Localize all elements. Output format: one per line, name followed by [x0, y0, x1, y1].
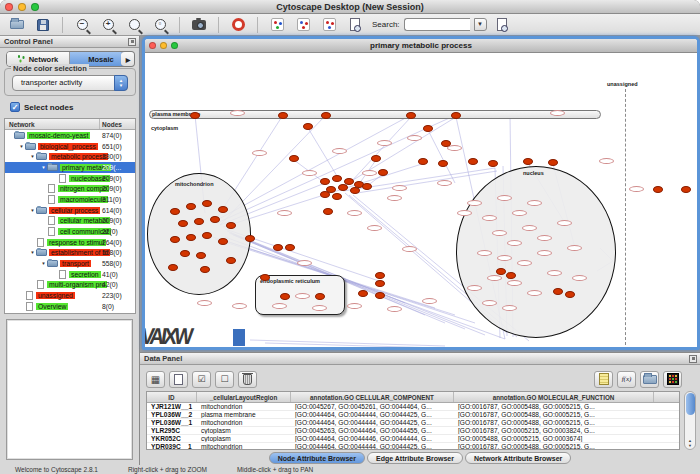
help-button[interactable]: [227, 16, 249, 34]
expander-icon[interactable]: ▼: [29, 250, 36, 255]
node-label[interactable]: [527, 200, 542, 206]
graph-node[interactable]: [303, 123, 313, 130]
tree-row[interactable]: ▼establishment of lo558(0): [5, 248, 135, 259]
expander-icon[interactable]: ▼: [18, 144, 25, 149]
node-label[interactable]: [629, 186, 644, 192]
select-attributes-button[interactable]: ☑: [192, 371, 211, 388]
search-input[interactable]: [404, 18, 470, 31]
zoom-in-button[interactable]: +: [97, 16, 119, 34]
table-row[interactable]: YPL036W__2plasma membrane[GO:0044464, GO…: [147, 411, 679, 419]
node-label[interactable]: [537, 250, 552, 256]
zoom-out-button[interactable]: −: [71, 16, 93, 34]
node-label[interactable]: [402, 246, 417, 252]
node-label[interactable]: [377, 140, 392, 146]
graph-node[interactable]: [320, 178, 330, 185]
tree-column-network[interactable]: Network: [9, 121, 35, 128]
graph-node[interactable]: [168, 264, 178, 271]
vizmapper-button[interactable]: [266, 16, 288, 34]
node-label[interactable]: [517, 260, 532, 266]
node-label[interactable]: [457, 210, 472, 216]
import-annotation-button[interactable]: [344, 16, 366, 34]
zoom-selected-button[interactable]: ▫: [149, 16, 171, 34]
function-builder-button[interactable]: f(x): [617, 371, 636, 388]
node-label[interactable]: [599, 158, 614, 164]
tree-row[interactable]: secretion41(0): [5, 269, 135, 280]
node-label[interactable]: [547, 270, 562, 276]
node-label[interactable]: [437, 180, 452, 186]
node-label[interactable]: [407, 135, 422, 141]
graph-node[interactable]: [218, 238, 228, 245]
node-label[interactable]: [482, 300, 497, 306]
table-row[interactable]: YLR295Ccytoplasm[GO:0045263, GO:0044464,…: [147, 427, 679, 435]
node-label[interactable]: [467, 200, 482, 206]
node-label[interactable]: [550, 110, 565, 116]
graph-node[interactable]: [273, 244, 283, 251]
graph-node[interactable]: [170, 208, 180, 215]
graph-node[interactable]: [245, 235, 255, 242]
tree-row[interactable]: multi-organism pro42(0): [5, 280, 135, 291]
tree-row[interactable]: ▼transport558(0): [5, 258, 135, 269]
node-label[interactable]: [567, 245, 582, 251]
node-label[interactable]: [572, 275, 587, 281]
graph-node[interactable]: [260, 274, 270, 281]
graph-node[interactable]: [362, 183, 372, 190]
open-file-button[interactable]: [6, 16, 28, 34]
node-label[interactable]: [537, 235, 552, 241]
table-row[interactable]: YDR039C__1mitochondrion[GO:0044464, GO:0…: [147, 443, 679, 450]
node-label[interactable]: [497, 255, 512, 261]
graph-node[interactable]: [378, 169, 388, 176]
node-label[interactable]: [392, 185, 407, 191]
node-label[interactable]: [277, 210, 292, 216]
window-titlebar[interactable]: Cytoscape Desktop (New Session): [0, 0, 700, 14]
graph-node[interactable]: [438, 160, 448, 167]
node-label[interactable]: [297, 260, 312, 266]
graph-node[interactable]: [285, 244, 295, 251]
node-label[interactable]: [367, 225, 382, 231]
graph-node[interactable]: [338, 184, 348, 191]
column-header[interactable]: annotation.GO CELLULAR_COMPONENT: [291, 392, 454, 402]
graph-node[interactable]: [186, 234, 196, 241]
tree-row[interactable]: response to stimul264(0): [5, 237, 135, 248]
node-label[interactable]: [302, 170, 317, 176]
import-attributes-button[interactable]: [640, 371, 659, 388]
tree-row[interactable]: cell communicat22(0): [5, 226, 135, 237]
node-label[interactable]: [197, 300, 212, 306]
graph-node[interactable]: [681, 186, 691, 193]
tree-row[interactable]: nitrogen compo209(0): [5, 183, 135, 194]
graph-node[interactable]: [320, 191, 330, 198]
search-dropdown-button[interactable]: ▼: [474, 18, 487, 31]
delete-attribute-button[interactable]: [238, 371, 257, 388]
node-label[interactable]: [527, 290, 542, 296]
unselect-attributes-button[interactable]: ☐: [215, 371, 234, 388]
node-label[interactable]: [422, 298, 437, 304]
graph-node[interactable]: [315, 293, 325, 300]
node-label[interactable]: [347, 210, 362, 216]
graph-node[interactable]: [375, 272, 385, 279]
table-row[interactable]: YPL036W__1mitochondrion[GO:0044464, GO:0…: [147, 419, 679, 427]
attribute-matrix-button[interactable]: [663, 371, 682, 388]
expander-icon[interactable]: ▼: [40, 165, 47, 170]
tree-row[interactable]: ▼primary metabo209(...: [5, 162, 135, 173]
graph-node[interactable]: [180, 250, 190, 257]
snapshot-button[interactable]: [188, 16, 210, 34]
tab-edge-attribute-browser[interactable]: Edge Attribute Browser: [367, 452, 463, 464]
tree-row[interactable]: ▼metabolic process280(0): [5, 151, 135, 162]
advanced-search-button[interactable]: [491, 16, 513, 34]
graph-node[interactable]: [375, 292, 385, 299]
graph-node[interactable]: [418, 158, 428, 165]
node-label[interactable]: [387, 306, 402, 312]
node-label[interactable]: [492, 230, 507, 236]
graph-node[interactable]: [170, 236, 180, 243]
graph-node[interactable]: [218, 206, 228, 213]
attribute-editor-button[interactable]: [594, 371, 613, 388]
tree-row[interactable]: mosaic-demo-yeast874(0): [5, 130, 135, 141]
expander-icon[interactable]: ▼: [29, 154, 36, 159]
graph-node[interactable]: [178, 220, 188, 227]
node-label[interactable]: [230, 110, 245, 116]
attribute-panel-button[interactable]: ▦: [146, 371, 165, 388]
graph-node[interactable]: [441, 140, 451, 147]
graph-node[interactable]: [194, 218, 204, 225]
zoom-fit-button[interactable]: [123, 16, 145, 34]
graph-node[interactable]: [226, 257, 236, 264]
create-view-button[interactable]: [292, 16, 314, 34]
